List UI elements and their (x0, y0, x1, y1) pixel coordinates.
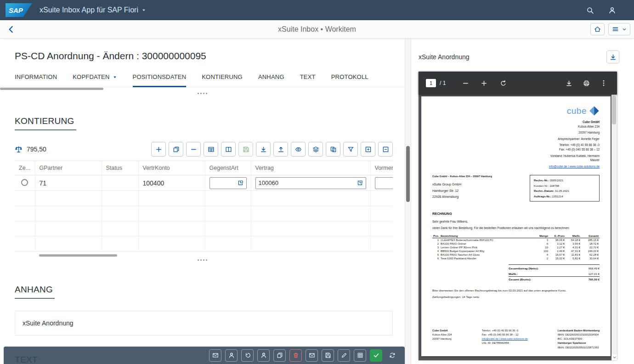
profile-button[interactable] (606, 5, 617, 16)
invoice-recipient-block: xSuite Group GmbHHamburger Str. 1222926 … (432, 181, 492, 200)
page-number-input[interactable]: 1 (426, 79, 436, 87)
invoice-recipient-line: Hamburger Str. 12 (432, 188, 492, 194)
download-icon (260, 146, 267, 153)
table-settings-button[interactable] (204, 142, 218, 157)
column-header[interactable]: Status (102, 161, 138, 175)
save-button[interactable] (238, 142, 253, 157)
display-button[interactable] (291, 142, 306, 157)
column-header[interactable]: Vertrag (251, 161, 370, 175)
horizontal-scrollbar-thumb[interactable] (0, 88, 103, 90)
search-button[interactable] (584, 5, 595, 16)
invoice-greeting: Sehr geehrte Frau Wilkens, (432, 220, 600, 223)
invoice-item-row: 3Lerzen Ordner PP 80mm Pink102,27 €4,31 … (432, 246, 600, 249)
funnel-icon (347, 146, 354, 153)
grid-icon (357, 352, 363, 358)
refresh-button[interactable] (386, 349, 398, 362)
invoice-footer-line: Telefon: +49 (0) 40 55 66 36 -0 (482, 329, 528, 333)
tab-caret-icon (113, 75, 117, 79)
save-button[interactable] (322, 349, 334, 362)
column-header[interactable]: GPartner (35, 161, 102, 175)
undo-icon (244, 352, 251, 358)
pdf-more-button[interactable] (598, 77, 610, 89)
pdf-viewer: 1 / 1 (419, 72, 617, 360)
home-button[interactable] (590, 23, 605, 35)
attachment-download-button[interactable] (606, 50, 619, 63)
horizontal-scrollbar-thumb[interactable] (39, 254, 117, 257)
sap-logo[interactable]: SAP (6, 3, 32, 17)
invoice-footer-line: Kubus-Allee 234 (432, 333, 452, 337)
invoice-link[interactable]: info@cube.de | www.cube-solutions.de (549, 164, 600, 169)
undo-button[interactable] (241, 349, 254, 362)
delete-button[interactable] (289, 349, 302, 362)
add-row-button[interactable] (151, 142, 166, 157)
column-header[interactable]: Vormerk... (370, 161, 393, 175)
pages-icon (330, 146, 337, 153)
send-mail-button[interactable] (306, 349, 318, 362)
tab-information[interactable]: INFORMATION (15, 71, 57, 87)
tab-kontierung[interactable]: KONTIERUNG (202, 71, 243, 87)
upload-button[interactable] (273, 142, 288, 157)
table-view-button[interactable] (354, 349, 366, 362)
splitter-grip[interactable] (0, 90, 405, 95)
tab-anhang[interactable]: ANHANG (258, 71, 284, 87)
cell-input[interactable] (375, 177, 393, 189)
rotate-button[interactable] (497, 77, 509, 89)
download-button[interactable] (256, 142, 271, 157)
split-screen-button[interactable] (221, 142, 236, 157)
invoice-contact-line: Vorstand: Hubertus Kubieki, Hermann (549, 154, 600, 158)
tab-kopfdaten[interactable]: KOPFDATEN (73, 71, 117, 87)
cube-logo: cube (549, 106, 600, 116)
invoice-footer-column: Landesbank Baden-WürttembergIBAN: DE0260… (558, 329, 600, 350)
zoom-out-button[interactable] (459, 77, 471, 89)
menu-caret-holder (622, 27, 627, 32)
attachment-item[interactable]: xSuite Anordnung (15, 311, 392, 335)
app-title-menu[interactable]: xSuite Inbox App für SAP Fiori (40, 6, 146, 14)
pdf-download-button[interactable] (563, 77, 575, 89)
invoice-item-row: 4BB500 Budget Kopierpapier A4 80g1002,49… (432, 249, 600, 253)
invoice-total-row: MwSt.:127,01 € (509, 271, 600, 276)
duplicate-button[interactable] (326, 142, 340, 157)
menu-button[interactable] (608, 23, 630, 35)
delete-row-button[interactable] (186, 142, 201, 157)
column-header[interactable]: Ze... (15, 161, 35, 175)
invoice-footer-line: 20097 Hamburg (432, 337, 452, 341)
scroll-down-button[interactable] (611, 354, 617, 360)
tab-text[interactable]: TEXT (300, 71, 316, 87)
invoice-link[interactable]: info@cube.de | www.cube-solutions.de (482, 337, 528, 341)
edit-button[interactable] (338, 349, 350, 362)
approve-button[interactable] (370, 349, 382, 362)
assign-user-button[interactable] (257, 349, 270, 362)
splitter-grip[interactable] (0, 257, 405, 262)
pdf-scrollbar-thumb[interactable] (612, 96, 616, 124)
anhang-section-heading: ANHANG (15, 285, 390, 299)
cell-input[interactable] (209, 177, 247, 189)
layers-button[interactable] (308, 142, 323, 157)
copy-row-button[interactable] (169, 142, 183, 157)
pdf-scrollbar[interactable] (611, 95, 617, 360)
invoice-contact-line: 20097 Hamburg (549, 130, 600, 135)
invoice-col-header: Bezeichnung (440, 234, 537, 238)
invoice-footer-line: Cube GmbH (432, 329, 452, 333)
expand-all-button[interactable] (361, 142, 375, 157)
tab-positionsdaten[interactable]: POSITIONSDATEN (133, 71, 187, 87)
cell-input[interactable]: 100060 (255, 177, 366, 189)
row-select-radio[interactable] (21, 179, 28, 186)
filter-button[interactable] (343, 142, 358, 157)
invoice-address-left: Cube GmbH – Kubus-Allee 234 – 20097 Hamb… (432, 175, 492, 200)
mail-button[interactable] (209, 349, 221, 362)
copy-button[interactable] (273, 349, 286, 362)
main-scrollbar-thumb[interactable] (406, 146, 410, 202)
pdf-print-button[interactable] (580, 77, 592, 89)
invoice-col-header: Gesamt (581, 234, 600, 238)
forward-user-button[interactable] (225, 349, 238, 362)
main-scrollbar[interactable] (405, 39, 411, 364)
zoom-in-button[interactable] (478, 77, 490, 89)
back-button[interactable] (5, 23, 17, 36)
collapse-all-button[interactable] (378, 142, 393, 157)
column-header[interactable]: GegenstArt (205, 161, 251, 175)
invoice-meta-row: Rechn.-Nr.: 0005/2021 (534, 178, 595, 183)
column-header[interactable]: VertrKonto (138, 161, 205, 175)
invoice-total-row: Gesamt (Brutto):795,50 € (509, 276, 600, 282)
tab-protokoll[interactable]: PROTOKOLL (331, 71, 368, 87)
tab-label: TEXT (300, 73, 316, 80)
